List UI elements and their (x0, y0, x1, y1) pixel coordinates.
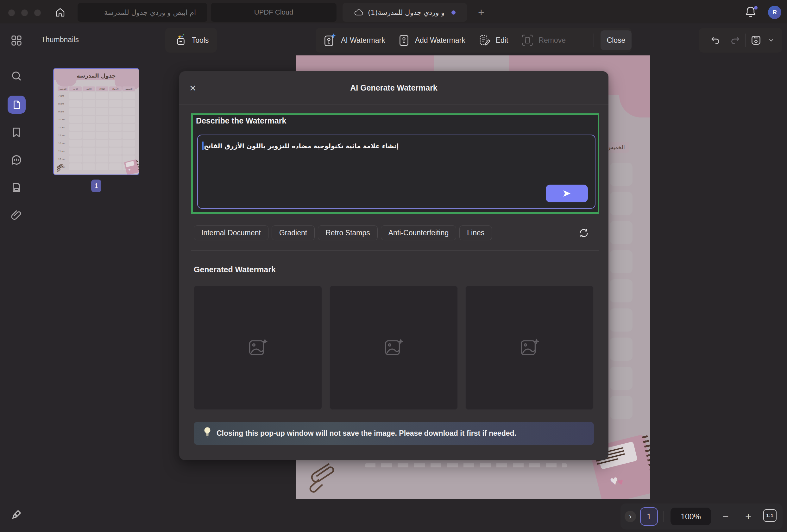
ai-watermark-button[interactable]: AI Watermark (323, 33, 385, 48)
save-button[interactable] (746, 34, 766, 46)
thumbnail-paperclip-art (56, 163, 64, 173)
sidebar-item-comments[interactable] (10, 154, 23, 166)
unsaved-indicator-dot (451, 10, 455, 15)
thumbnail-cell (83, 108, 95, 115)
tools-button[interactable]: Tools (165, 28, 217, 52)
generated-watermark-label: Generated Watermark (194, 265, 276, 274)
notice-bar: Closing this pop-up window will not save… (194, 422, 594, 445)
thumbnail-time-label: 10 am (58, 116, 68, 123)
thumbnail-cell (69, 116, 82, 123)
chip-anti-counterfeiting[interactable]: Anti-Counterfeiting (381, 226, 456, 240)
text-cursor (202, 142, 204, 150)
sidebar-item-search[interactable] (10, 70, 23, 82)
chip-gradient[interactable]: Gradient (272, 226, 315, 240)
page-table-cell (610, 308, 633, 332)
tab-document-active[interactable]: و وردي جدول للمدرسة(1) (342, 3, 467, 22)
add-watermark-label: Add Watermark (415, 36, 465, 45)
tab-document-active-label: و وردي جدول للمدرسة(1) (368, 8, 445, 17)
thumbnail-table: التوقيتالأحدالاثنينالثلاثاءالأربعاءالخمي… (58, 86, 136, 171)
thumbnail-time-label: 11 am (58, 148, 68, 154)
thumbnail-cell (123, 132, 135, 139)
thumbnail-cell (83, 116, 95, 123)
thumbnail-cell (83, 124, 95, 131)
thumbnail-cell (96, 164, 108, 170)
page-number-badge[interactable]: 1 (91, 179, 101, 192)
chip-lines[interactable]: Lines (459, 226, 492, 240)
thumbnail-cell (123, 92, 135, 99)
thumbnail-cell (96, 140, 108, 147)
watermark-placeholder-3[interactable] (465, 285, 594, 410)
chip-retro-stamps[interactable]: Retro Stamps (318, 226, 378, 240)
chevron-down-icon (768, 37, 775, 44)
thumbnail-cell (83, 132, 95, 139)
page-thumbnail[interactable]: جدول المدرسة التوقيتالأحدالاثنينالثلاثاء… (53, 68, 139, 175)
sidebar-item-menu[interactable] (10, 34, 23, 47)
add-watermark-icon (397, 33, 410, 47)
watermark-placeholder-1[interactable] (194, 285, 322, 410)
thumbnail-cell (83, 92, 95, 99)
next-page-button[interactable]: › (624, 511, 636, 522)
thumbnail-cell (83, 148, 95, 154)
chip-internal-document[interactable]: Internal Document (194, 226, 269, 240)
save-options-button[interactable] (766, 37, 776, 44)
thumbnail-day-header: التوقيت (58, 86, 68, 91)
refresh-chips-button[interactable] (578, 228, 589, 238)
tab-document-1[interactable]: ام ابيض و وردي جدول للمدرسة (78, 3, 207, 22)
watermark-placeholder-2[interactable] (329, 285, 458, 410)
avatar[interactable]: R (768, 6, 781, 19)
watermark-style-chips: Internal Document Gradient Retro Stamps … (194, 226, 492, 240)
page-table-cell (610, 367, 633, 390)
page-number-input[interactable]: 1 (640, 507, 658, 526)
thumbnail-cell (69, 124, 82, 131)
zoom-level[interactable]: 100% (671, 508, 711, 525)
remove-button[interactable]: Remove (521, 33, 566, 47)
tab-updf-cloud[interactable]: UPDF Cloud (211, 3, 337, 22)
tools-label: Tools (192, 36, 209, 45)
save-icon (750, 34, 762, 46)
watermark-prompt-input[interactable]: إنشاء علامة مائية تكنولوجية مضادة للتزوي… (197, 134, 595, 209)
window-close-button[interactable] (8, 9, 15, 16)
page-table-cell (610, 221, 633, 244)
thumbnail-cell (109, 132, 122, 139)
thumbnail-time-label: 12 am (58, 155, 68, 163)
sidebar-item-pen-tools[interactable] (10, 508, 23, 521)
statusbar-divider (663, 511, 663, 522)
zoom-out-button[interactable]: − (719, 508, 732, 525)
modal-header: ✕ AI Generate Watermark (179, 71, 609, 105)
remove-label: Remove (538, 36, 566, 45)
ai-watermark-label: AI Watermark (341, 36, 385, 45)
thumbnail-cell (69, 155, 82, 163)
actual-size-button[interactable]: 1:1 (763, 509, 777, 522)
close-button[interactable]: Close (600, 30, 632, 50)
thumbnail-day-header: الخميس (123, 86, 135, 91)
thumbnail-cell (109, 155, 122, 163)
home-button[interactable] (52, 5, 68, 20)
notifications-button[interactable] (745, 6, 759, 19)
send-button[interactable] (546, 185, 588, 203)
window-zoom-button[interactable] (34, 9, 41, 16)
thumbnail-day-header: الاثنين (83, 86, 95, 91)
edit-icon (478, 33, 491, 47)
thumbnail-time-label: 9 am (58, 108, 68, 115)
sidebar-item-thumbnails[interactable] (7, 95, 26, 114)
undo-button[interactable] (706, 35, 725, 46)
redo-button[interactable] (725, 35, 745, 46)
page-table-cell (610, 338, 633, 361)
pen-icon (10, 508, 23, 521)
grid-icon (10, 34, 23, 47)
page-icon (12, 100, 22, 110)
sidebar-item-pages[interactable] (10, 182, 22, 193)
window-minimize-button[interactable] (21, 9, 28, 16)
edit-button[interactable]: Edit (478, 33, 508, 47)
zoom-in-button[interactable]: + (742, 508, 755, 525)
sidebar-item-bookmarks[interactable] (10, 126, 22, 139)
history-save-toolbar (699, 28, 782, 52)
sidebar-item-attachments[interactable] (10, 209, 23, 222)
send-icon (562, 189, 572, 198)
thumbnail-cell (69, 132, 82, 139)
new-tab-button[interactable]: + (475, 6, 488, 18)
thumbnail-cell (109, 164, 122, 170)
thumbnail-cell (96, 132, 108, 139)
thumbnail-cell (96, 116, 108, 123)
add-watermark-button[interactable]: Add Watermark (397, 33, 465, 47)
